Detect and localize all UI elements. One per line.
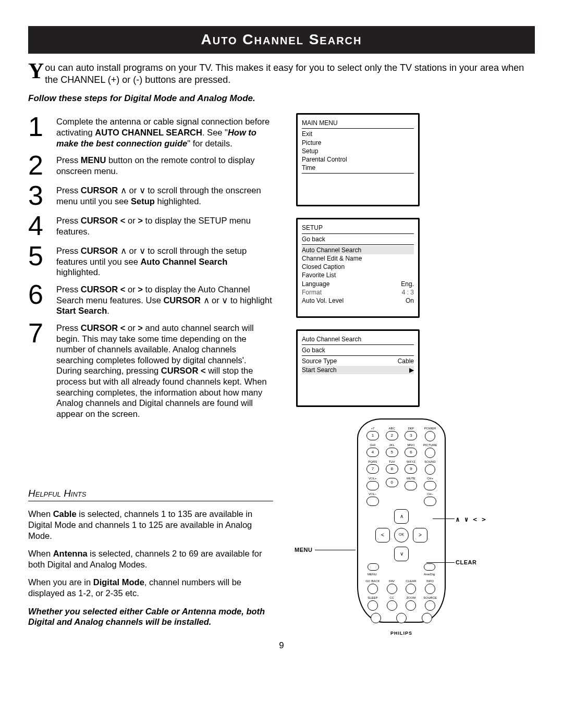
remote-button: 7	[366, 464, 379, 474]
callout-cursor: ∧ ∨ < >	[456, 515, 486, 524]
osd-item: Auto Channel Search	[302, 246, 414, 254]
step-text: Press MENU button on the remote control …	[56, 152, 273, 179]
remote-button	[425, 448, 435, 458]
step: 6 Press CURSOR < or > to display the Aut…	[28, 281, 273, 316]
key-label: CH+	[427, 477, 433, 480]
remote-button	[368, 600, 378, 611]
osd-auto-channel-search: Auto Channel Search Go back Source TypeC…	[296, 329, 420, 407]
page-title: Auto Channel Search	[28, 26, 535, 54]
intro-paragraph: You can auto install programs on your TV…	[28, 62, 535, 85]
osd-item: Go back	[302, 235, 414, 243]
key-label: POWER	[424, 427, 436, 430]
key-label: PQRS	[368, 460, 377, 463]
step-text: Press CURSOR ∧ or ∨ to scroll through th…	[56, 182, 273, 209]
brand-label: PHILIPS	[364, 631, 438, 636]
page-number: 9	[28, 640, 535, 651]
hint-paragraph: When Antenna is selected, channels 2 to …	[28, 548, 273, 570]
remote-button: 2	[386, 431, 398, 440]
step: 1 Complete the antenna or cable signal c…	[28, 113, 273, 149]
remote-button: 6	[405, 448, 417, 457]
remote-button	[405, 481, 417, 490]
key-label: GO BACK	[365, 579, 380, 583]
key-label: SLEEP	[368, 596, 377, 599]
remote-button	[425, 464, 435, 475]
key-label: INFO	[426, 579, 434, 583]
remote-diagram: +71ABC2DEF3POWER GHI4JKL5MNO6PICTURE PQR…	[308, 418, 495, 623]
key-label: MNO	[407, 443, 414, 447]
osd-item: Parental Control	[302, 155, 414, 164]
step: 5 Press CURSOR ∧ or ∨ to scroll through …	[28, 242, 273, 278]
remote-button	[366, 481, 379, 490]
step: 3 Press CURSOR ∧ or ∨ to scroll through …	[28, 182, 273, 209]
step-text: Press CURSOR < or > and auto channel sea…	[56, 319, 273, 419]
key-label: VOL−	[369, 492, 377, 496]
step-text: Press CURSOR < or > to display the Auto …	[56, 281, 273, 316]
key-label: DEF	[408, 427, 414, 430]
osd-item: Source TypeCable	[302, 357, 414, 365]
remote-button	[387, 600, 397, 611]
hint-paragraph: When you are in Digital Mode, channel nu…	[28, 577, 273, 598]
step-number: 6	[28, 281, 47, 316]
cursor-up-button: ∧	[394, 509, 409, 524]
osd-item: Start Search▶	[302, 366, 414, 374]
remote-button: 5	[386, 448, 398, 457]
menu-button	[368, 563, 379, 571]
remote-button	[366, 497, 379, 506]
osd-title: MAIN MENU	[302, 119, 414, 127]
intro-text: ou can auto install programs on your TV.…	[45, 63, 524, 85]
remote-button	[387, 584, 397, 594]
callout-menu: MENU	[295, 547, 312, 554]
key-label: WXYZ	[407, 460, 415, 463]
step-text: Press CURSOR < or > to display the SETUP…	[56, 212, 273, 239]
key-label: CC	[389, 596, 394, 599]
sub-heading: Follow these steps for Digital Mode and …	[28, 93, 535, 104]
cursor-right-button: >	[413, 528, 427, 542]
step: 2 Press MENU button on the remote contro…	[28, 152, 273, 179]
blank-button	[371, 613, 381, 623]
hints-heading: Helpful Hints	[28, 487, 273, 502]
cursor-dpad: ∧ ∨ < > OK	[375, 509, 427, 561]
osd-main-menu: MAIN MENU ExitPictureSetupParental Contr…	[296, 113, 420, 206]
key-label: CLEAR	[406, 579, 416, 583]
remote-button	[406, 584, 416, 594]
step-number: 2	[28, 152, 47, 179]
intro-dropcap: Y	[28, 62, 45, 81]
key-label: ZOOM	[406, 596, 415, 599]
step: 4 Press CURSOR < or > to display the SET…	[28, 212, 273, 239]
osd-title: SETUP	[302, 224, 414, 233]
key-label: CH−	[427, 492, 433, 496]
hint-paragraph: When Cable is selected, channels 1 to 13…	[28, 509, 273, 541]
step-text: Press CURSOR ∧ or ∨ to scroll through th…	[56, 242, 273, 278]
remote-button	[368, 584, 378, 594]
osd-item: Auto Vol. LevelOn	[302, 297, 414, 305]
osd-item: Format4 : 3	[302, 288, 414, 297]
menu-label: MENU	[368, 573, 377, 576]
key-label: SOURCE	[423, 596, 437, 599]
remote-button	[425, 584, 435, 594]
ok-button: OK	[394, 528, 409, 542]
key-label: JKL	[389, 443, 394, 447]
remote-button: 8	[386, 464, 398, 474]
osd-item: Setup	[302, 147, 414, 155]
osd-item: Closed Caption	[302, 263, 414, 271]
remote-button	[425, 600, 435, 611]
remote-button	[424, 481, 436, 490]
key-label: FAV	[389, 579, 395, 583]
remote-button: 3	[405, 431, 417, 440]
remote-button	[425, 431, 435, 441]
key-label: MUTE	[407, 477, 415, 480]
osd-item: Time	[302, 164, 414, 172]
step-number: 1	[28, 113, 47, 149]
step: 7 Press CURSOR < or > and auto channel s…	[28, 319, 273, 419]
osd-item: LanguageEng.	[302, 280, 414, 288]
step-number: 3	[28, 182, 47, 209]
anadig-button	[424, 563, 435, 571]
key-label: VOL+	[369, 477, 377, 480]
key-label: SOUND	[424, 460, 436, 463]
key-label: TUV	[389, 460, 395, 463]
remote-button: 9	[405, 464, 417, 474]
osd-title: Auto Channel Search	[302, 335, 414, 345]
key-label: PICTURE	[423, 443, 437, 447]
osd-item: Channel Edit & Name	[302, 254, 414, 263]
osd-item: Go back	[302, 346, 414, 354]
